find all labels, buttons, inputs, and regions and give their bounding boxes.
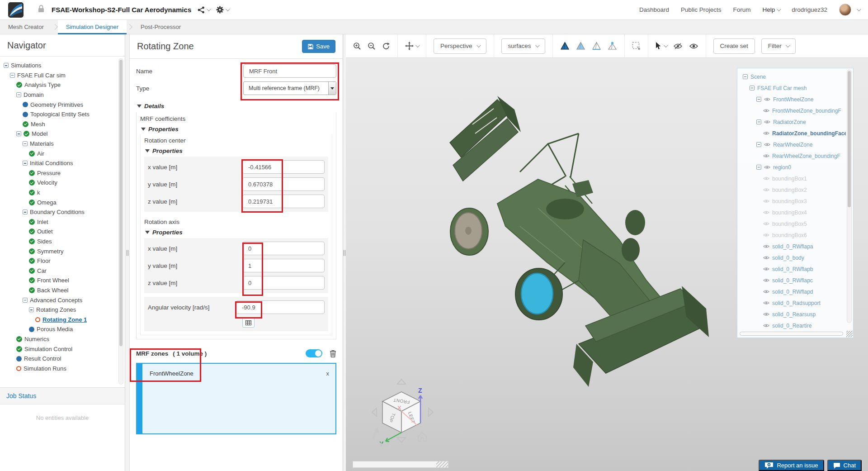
navigator-item[interactable]: Domain — [0, 90, 117, 100]
scene-item[interactable]: solid_0_RWflapd — [738, 286, 846, 297]
scene-item[interactable]: FSAE Full Car mesh — [738, 82, 846, 94]
scene-item[interactable]: solid_0_body — [738, 252, 846, 263]
scene-item[interactable]: Scene — [738, 71, 846, 82]
eye-icon[interactable] — [764, 165, 770, 169]
home-icon[interactable] — [418, 433, 426, 441]
axis-z-input[interactable] — [242, 276, 325, 290]
eye-icon[interactable] — [763, 222, 769, 226]
username[interactable]: drodriguez32 — [792, 6, 827, 13]
front-wheel-mrf-disc[interactable] — [521, 273, 553, 314]
navigator-item[interactable]: Simulation Control — [0, 344, 117, 354]
navigator-scrollbar[interactable] — [118, 58, 123, 385]
scene-item[interactable]: RadiatorZone_boundingFace — [738, 128, 846, 139]
select-tool-button[interactable] — [656, 42, 667, 50]
type-select[interactable]: Multi reference frame (MRF) — [243, 81, 336, 95]
collapse-icon[interactable] — [16, 92, 21, 97]
properties-header[interactable]: Properties — [141, 125, 332, 133]
collapse-icon[interactable] — [23, 298, 28, 303]
scene-item[interactable]: FrontWheelZone_boundingF — [738, 105, 846, 116]
navigator-item[interactable]: Porous Media — [0, 324, 117, 334]
navigator-item[interactable]: Back Wheel — [0, 285, 117, 295]
rotate-right-arrow[interactable] — [429, 408, 433, 416]
create-set-button[interactable]: Create set — [713, 38, 755, 54]
navigation-cube[interactable]: FRONT TOP LEFT X Z Y — [368, 376, 438, 454]
eye-icon[interactable] — [763, 199, 769, 203]
scene-item[interactable]: region0 — [738, 162, 846, 173]
collapse-icon[interactable] — [10, 73, 15, 78]
scene-item[interactable]: RadiatorZone — [738, 116, 846, 128]
collapse-icon[interactable] — [23, 141, 28, 146]
eye-icon[interactable] — [763, 290, 769, 294]
report-issue-button[interactable]: Report an issue — [759, 460, 824, 471]
navigator-item[interactable]: Simulation Runs — [0, 363, 117, 373]
settings-button[interactable] — [216, 6, 229, 14]
scene-item[interactable]: solid_0_Rearsusp — [738, 309, 846, 320]
scene-item[interactable]: boundingBox2 — [738, 184, 846, 195]
scene-item[interactable]: boundingBox4 — [738, 207, 846, 218]
scene-item[interactable]: RearWheelZone — [738, 139, 846, 150]
navigator-item[interactable]: Floor — [0, 256, 117, 266]
zone-list-item[interactable]: FrontWheelZone x — [137, 364, 335, 377]
navigator-item[interactable]: Initial Conditions — [0, 158, 117, 168]
collapse-icon[interactable] — [29, 307, 34, 312]
collapse-icon[interactable] — [743, 74, 748, 79]
eye-icon[interactable] — [764, 143, 770, 147]
nav-public-projects[interactable]: Public Projects — [681, 6, 721, 13]
eye-icon[interactable] — [763, 256, 769, 260]
orbit-arrows[interactable] — [374, 430, 388, 446]
navigator-item[interactable]: Car — [0, 266, 117, 276]
navigator-item[interactable]: Front Wheel — [0, 276, 117, 285]
scene-item[interactable]: boundingBox5 — [738, 218, 846, 229]
navigator-item[interactable]: FSAE Full Car sim — [0, 71, 117, 81]
scene-scrollbar-horizontal[interactable] — [740, 332, 843, 336]
rotate-up-arrow[interactable] — [397, 379, 406, 384]
scene-item[interactable]: boundingBox1 — [738, 173, 846, 184]
scene-item[interactable]: boundingBox6 — [738, 229, 846, 241]
navigator-item[interactable]: Numerics — [0, 334, 117, 344]
hide-icon[interactable] — [673, 43, 683, 49]
trash-icon[interactable] — [330, 350, 336, 357]
scene-item[interactable]: FrontWheelZone — [738, 94, 846, 105]
zoom-out-icon[interactable] — [368, 42, 376, 50]
scene-item[interactable]: solid_0_RWflapa — [738, 241, 846, 252]
collapse-icon[interactable] — [23, 161, 28, 166]
center-x-input[interactable] — [242, 160, 325, 174]
collapse-icon[interactable] — [4, 63, 9, 68]
scene-item[interactable]: solid_0_RWflapb — [738, 263, 846, 275]
collapse-icon[interactable] — [750, 86, 755, 90]
navigator-item[interactable]: Rotating Zones — [0, 305, 117, 315]
scene-item[interactable]: solid_0_RWflapc — [738, 275, 846, 286]
navigator-item[interactable]: Velocity — [0, 178, 117, 188]
far-front-wheel[interactable] — [625, 210, 645, 235]
navigator-item[interactable]: Sides — [0, 237, 117, 247]
projection-dropdown[interactable]: Perspective — [434, 38, 486, 54]
panel-resize-handle[interactable] — [125, 34, 129, 471]
table-input-button[interactable] — [242, 318, 255, 328]
axis-y-input[interactable] — [242, 259, 325, 272]
navigator-item[interactable]: Omega — [0, 197, 117, 207]
center-y-input[interactable] — [242, 177, 325, 191]
tab-simulation-designer[interactable]: Simulation Designer — [58, 20, 127, 34]
eye-icon[interactable] — [763, 301, 769, 305]
remove-zone-button[interactable]: x — [326, 370, 330, 377]
scene-item[interactable]: solid_0_Radsupport — [738, 297, 846, 309]
render-mode-dropdown[interactable]: surfaces — [501, 38, 545, 54]
eye-icon[interactable] — [763, 176, 769, 181]
tab-mesh-creator[interactable]: Mesh Creator — [0, 20, 52, 34]
navigator-item[interactable]: Boundary Conditions — [0, 207, 117, 217]
car-model[interactable] — [429, 90, 714, 398]
scene-resize-grip[interactable] — [846, 331, 853, 337]
eye-icon[interactable] — [763, 188, 769, 192]
eye-icon[interactable] — [763, 244, 769, 248]
navigator-item[interactable]: Geometry Primitives — [0, 100, 117, 109]
scene-item[interactable]: RearWheelZone_boundingF — [738, 150, 846, 162]
navigator-item[interactable]: Topological Entity Sets — [0, 109, 117, 119]
navigator-item[interactable]: k — [0, 188, 117, 198]
nav-help[interactable]: Help — [762, 6, 780, 13]
mesh-wireframe-icon[interactable] — [592, 42, 601, 50]
navigator-item[interactable]: Rotating Zone 1 — [0, 314, 117, 324]
details-header[interactable]: Details — [137, 101, 336, 110]
collapse-icon[interactable] — [16, 131, 21, 136]
rotate-left-arrow[interactable] — [372, 408, 377, 416]
selection-toggle[interactable] — [306, 349, 322, 357]
